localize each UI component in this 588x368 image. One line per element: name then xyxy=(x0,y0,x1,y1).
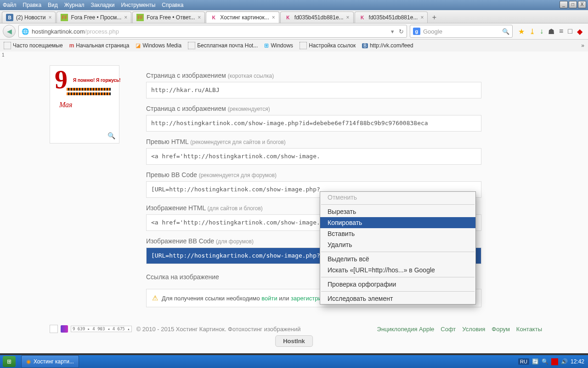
ctx-cut[interactable]: Вырезать xyxy=(320,206,475,217)
menu-tools[interactable]: Инструменты xyxy=(121,2,156,8)
favicon-k: K xyxy=(284,14,292,21)
ctx-paste[interactable]: Вставить xyxy=(320,228,475,239)
tray-volume-icon[interactable]: 🔊 xyxy=(561,358,568,365)
dropdown-icon[interactable]: ▾ xyxy=(391,28,394,35)
clock[interactable]: 12:42 xyxy=(571,358,584,365)
tab-label: Fora Free • Просм... xyxy=(71,14,121,21)
bookmark-item[interactable]: Настройка ссылок xyxy=(300,42,356,49)
ctx-inspect[interactable]: Исследовать элемент xyxy=(320,293,475,304)
separator xyxy=(321,277,475,277)
tab-close-icon[interactable]: × xyxy=(198,14,201,21)
footer-link[interactable]: Софт xyxy=(441,326,456,333)
home-icon[interactable]: ☗ xyxy=(548,27,554,36)
field-label: Превью HTML (рекомендуется для сайтов и … xyxy=(146,138,481,145)
field-label: Страница с изображением (рекомендуется) xyxy=(146,105,481,112)
favicon-vk: В xyxy=(6,14,13,21)
tray-icon[interactable]: 🔄 xyxy=(532,358,539,365)
tray-kaspersky-icon[interactable] xyxy=(551,358,558,365)
menu-help[interactable]: Справка xyxy=(162,2,183,8)
preview-html-input[interactable]: <a href='http://hostingkartinok.com/show… xyxy=(146,148,481,165)
reload-icon[interactable]: ↻ xyxy=(399,28,404,35)
google-icon: g xyxy=(413,28,420,35)
minimize-button[interactable]: _ xyxy=(560,1,568,8)
new-tab-button[interactable]: + xyxy=(429,12,440,23)
search-placeholder: Google xyxy=(423,28,442,35)
footer-link[interactable]: Условия xyxy=(462,326,485,333)
tab-close-icon[interactable]: × xyxy=(346,14,350,21)
menu-view[interactable]: Вид xyxy=(48,2,58,8)
page-content: 1 9 Я помню! Я горжусь! Мая 🔍 Страница с… xyxy=(0,52,588,353)
notice-text: Для получения ссылки необходимо xyxy=(162,295,261,302)
bookmark-item[interactable]: Вhttp://vk.com/feed xyxy=(362,42,413,49)
address-bar[interactable]: 🌐 hostingkartinok.com/process.php ▾ ↻ xyxy=(18,25,407,38)
maximize-button[interactable]: □ xyxy=(569,1,577,8)
tray-icon[interactable]: 🔍 xyxy=(542,358,548,365)
menu-bookmarks[interactable]: Закладки xyxy=(91,2,115,8)
kaspersky-icon[interactable]: ◆ xyxy=(577,27,582,36)
wm-icon: ◪ xyxy=(136,42,141,49)
tab-3[interactable]: KХостинг картинок...× xyxy=(206,12,279,23)
hostink-badge[interactable]: HostInk xyxy=(275,335,313,347)
menu-edit[interactable]: Правка xyxy=(23,2,42,8)
notice-text: или xyxy=(277,295,291,302)
tab-4[interactable]: Kfd035b451db881e...× xyxy=(280,12,354,23)
bookmark-item[interactable]: ⊞Windows xyxy=(264,42,293,49)
corner-text: 1 xyxy=(2,52,5,58)
thumb-text: Я помню! Я горжусь! xyxy=(73,78,121,83)
tab-5[interactable]: Kfd035b451db881e...× xyxy=(355,12,428,23)
menu-file[interactable]: Файл xyxy=(3,2,17,8)
footer-link[interactable]: Форум xyxy=(492,326,510,333)
ctx-copy[interactable]: Копировать xyxy=(320,217,475,228)
footer-link[interactable]: Энциклопедия Apple xyxy=(377,326,435,333)
tile-icon[interactable]: □ xyxy=(568,27,572,35)
overflow-chevron-icon[interactable]: » xyxy=(581,42,584,49)
short-link-input[interactable]: http://hkar.ru/ALBJ xyxy=(146,82,481,98)
tab-label: Хостинг картинок... xyxy=(220,14,269,21)
system-tray: RU 🔄 🔍 🔊 12:42 xyxy=(518,358,588,365)
tab-close-icon[interactable]: × xyxy=(124,14,127,21)
tab-2[interactable]: FFFora Free • Ответ...× xyxy=(132,12,205,23)
yandex-metrica-icon[interactable] xyxy=(61,325,68,333)
menu-history[interactable]: Журнал xyxy=(64,2,85,8)
bookmark-item[interactable]: ◪Windows Media xyxy=(136,42,181,49)
tab-label: fd035b451db881e... xyxy=(294,14,344,21)
back-button[interactable]: ◀ xyxy=(3,25,16,38)
taskbar-item[interactable]: ◉ Хостинг карти... xyxy=(21,355,79,368)
search-icon[interactable]: 🔍 xyxy=(502,28,509,35)
tab-close-icon[interactable]: × xyxy=(420,14,424,21)
menu-icon[interactable]: ≡ xyxy=(559,27,563,35)
separator xyxy=(321,291,475,292)
start-button[interactable]: ⊞ xyxy=(3,356,16,367)
tab-0[interactable]: В(2) Новости× xyxy=(2,12,56,23)
windows-icon: ⊞ xyxy=(264,42,269,49)
image-thumbnail[interactable]: 9 Я помню! Я горжусь! Мая 🔍 xyxy=(50,65,119,144)
login-link[interactable]: войти xyxy=(261,295,277,302)
full-link-input[interactable]: http://hostingkartinok.com/show-image.ph… xyxy=(146,115,481,132)
bookmark-item[interactable]: mНачальная страница xyxy=(69,42,130,49)
footer-link[interactable]: Контакты xyxy=(516,326,542,333)
tab-close-icon[interactable]: × xyxy=(48,14,51,21)
os-taskbar: ⊞ ◉ Хостинг карти... RU 🔄 🔍 🔊 12:42 xyxy=(0,355,588,368)
bookmarks-bar: Часто посещаемые mНачальная страница ◪Wi… xyxy=(0,40,588,52)
firefox-icon: ◉ xyxy=(26,358,31,365)
download-arrow-icon[interactable]: ↓ xyxy=(540,27,543,35)
language-indicator[interactable]: RU xyxy=(518,358,529,365)
ctx-select-all[interactable]: Выделить всё xyxy=(320,253,475,264)
tab-1[interactable]: FFFora Free • Просм...× xyxy=(57,12,131,23)
search-box[interactable]: g Google 🔍 xyxy=(410,25,513,38)
ribbon-icon xyxy=(67,88,111,91)
page-footer: 9 639 ▸ 4 903 ◂ 4 675 ▴ © 2010 - 2015 Хо… xyxy=(50,325,542,333)
ctx-search-google[interactable]: Искать «[URL=http://hos...» в Google xyxy=(320,264,475,276)
bookmark-star-icon[interactable]: ★ xyxy=(518,27,525,36)
magnify-icon[interactable]: 🔍 xyxy=(107,132,115,139)
bookmark-item[interactable]: Бесплатная почта Hot... xyxy=(188,42,258,49)
tab-label: (2) Новости xyxy=(16,14,45,21)
tab-close-icon[interactable]: × xyxy=(272,14,275,21)
ctx-spellcheck[interactable]: Проверка орфографии xyxy=(320,279,475,290)
bookmark-icon xyxy=(4,42,11,49)
download-icon[interactable]: ⤓ xyxy=(529,27,535,36)
bookmark-item[interactable]: Часто посещаемые xyxy=(4,42,63,49)
field-label: Страница с изображением (короткая ссылка… xyxy=(146,72,481,79)
ctx-delete[interactable]: Удалить xyxy=(320,239,475,250)
close-button[interactable]: X xyxy=(578,1,586,8)
